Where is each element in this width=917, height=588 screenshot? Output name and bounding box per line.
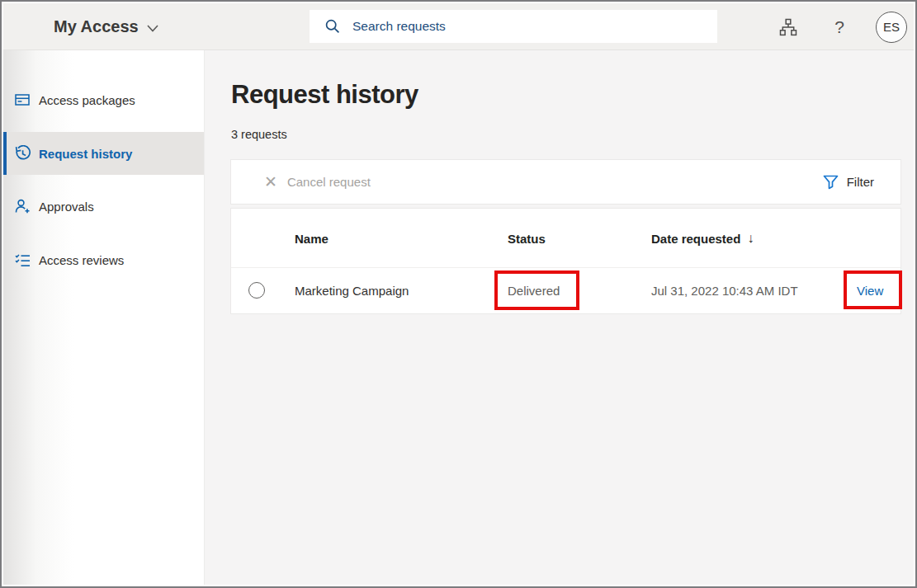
top-bar: My Access ?: [3, 3, 914, 50]
help-icon: ?: [834, 17, 844, 37]
package-icon: [13, 92, 31, 108]
checklist-icon: [13, 252, 31, 269]
sidebar: Access packages Request history Appr: [3, 50, 205, 585]
column-header-date-requested[interactable]: Date requested ↓: [651, 209, 754, 268]
sidebar-item-request-history[interactable]: Request history: [3, 132, 204, 175]
table-header: Name Status Date requested ↓: [231, 209, 900, 268]
filter-icon: [823, 175, 839, 190]
view-link[interactable]: View: [857, 268, 883, 313]
sidebar-item-access-packages[interactable]: Access packages: [3, 78, 204, 121]
row-select-radio[interactable]: [248, 282, 265, 299]
search-input[interactable]: [341, 10, 717, 43]
sidebar-item-label: Access packages: [39, 93, 135, 107]
avatar[interactable]: ES: [876, 12, 907, 43]
page-title: Request history: [231, 80, 418, 110]
chevron-down-icon: [147, 25, 158, 32]
sort-descending-icon: ↓: [747, 231, 754, 246]
topbar-actions: ? ES: [773, 3, 907, 50]
sidebar-item-label: Request history: [39, 147, 132, 161]
search-box[interactable]: [310, 10, 717, 43]
search-icon: [324, 18, 341, 35]
sidebar-item-label: Access reviews: [39, 253, 124, 267]
close-icon: ✕: [264, 174, 277, 190]
cell-name: Marketing Campaign: [295, 268, 409, 313]
app-title: My Access: [54, 17, 139, 36]
request-count: 3 requests: [231, 128, 287, 141]
table-row[interactable]: Marketing Campaign Delivered Jul 31, 202…: [231, 268, 900, 313]
filter-button[interactable]: Filter: [823, 175, 874, 190]
cancel-request-button[interactable]: ✕ Cancel request: [264, 174, 371, 190]
org-chart-icon: [778, 16, 799, 38]
cancel-request-label: Cancel request: [287, 175, 371, 189]
filter-label: Filter: [847, 175, 874, 189]
history-icon: [13, 145, 31, 162]
cell-date-requested: Jul 31, 2022 10:43 AM IDT: [651, 268, 798, 313]
main-content: Request history 3 requests ✕ Cancel requ…: [205, 50, 914, 585]
person-add-icon: [13, 198, 31, 215]
column-header-name[interactable]: Name: [295, 209, 329, 268]
help-button[interactable]: ?: [825, 12, 854, 42]
app-title-menu[interactable]: My Access: [54, 3, 158, 50]
cell-status: Delivered: [508, 268, 560, 313]
sidebar-item-access-reviews[interactable]: Access reviews: [3, 238, 204, 281]
requests-table: Name Status Date requested ↓ Marketing C…: [230, 208, 901, 314]
window-frame: My Access ?: [0, 0, 917, 588]
column-header-status[interactable]: Status: [508, 209, 546, 268]
command-bar: ✕ Cancel request Filter: [230, 159, 901, 205]
sidebar-item-label: Approvals: [39, 200, 94, 214]
org-chart-button[interactable]: [773, 12, 803, 42]
sidebar-item-approvals[interactable]: Approvals: [3, 185, 204, 228]
avatar-initials: ES: [883, 20, 900, 34]
